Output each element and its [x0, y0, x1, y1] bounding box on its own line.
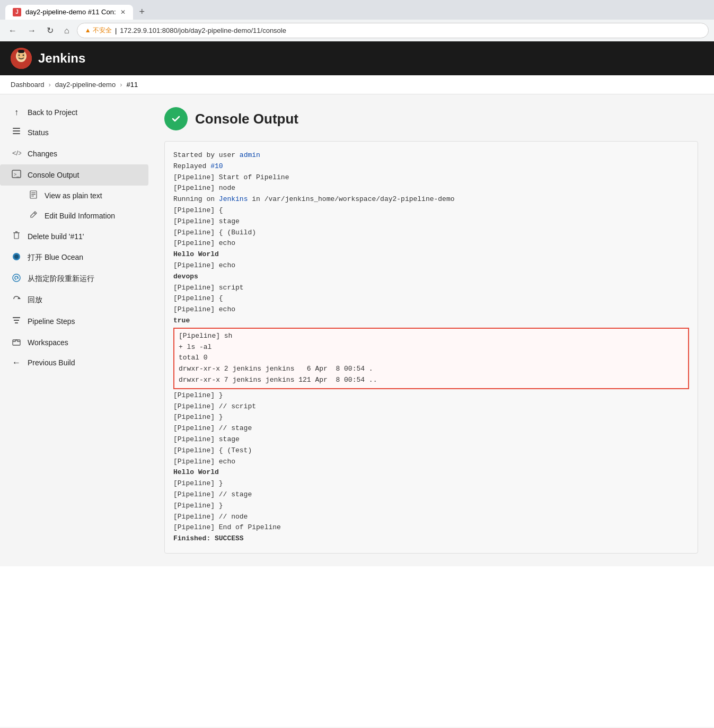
- svg-rect-14: [31, 194, 36, 195]
- back-icon: ↑: [11, 108, 22, 117]
- console-line-24: [Pipeline] }: [173, 412, 689, 423]
- svg-text:</>: </>: [12, 149, 21, 157]
- console-line-6: [Pipeline] {: [173, 205, 689, 216]
- status-icon: [11, 127, 22, 138]
- sidebar-item-delete-build[interactable]: Delete build '#11': [0, 226, 148, 247]
- svg-rect-27: [15, 322, 18, 323]
- main-layout: ↑ Back to Project Status </> Changes >_: [0, 94, 714, 566]
- back-button[interactable]: ←: [5, 25, 20, 37]
- highlighted-block: [Pipeline] sh + ls -al total 0 drwxr-xr-…: [173, 328, 689, 389]
- console-line-28: [Pipeline] echo: [173, 457, 689, 468]
- sidebar-label-pipeline-steps: Pipeline Steps: [28, 317, 75, 326]
- jenkins-header: Jenkins: [0, 41, 714, 75]
- browser-tabs: J day2-pipeline-demo #11 Con: ✕ +: [5, 4, 709, 20]
- console-line-13: [Pipeline] script: [173, 283, 689, 294]
- sidebar-label-restart: 从指定阶段重新运行: [28, 274, 94, 284]
- console-line-25: [Pipeline] // stage: [173, 423, 689, 434]
- console-line-8: [Pipeline] { (Build): [173, 227, 689, 239]
- browser-chrome: J day2-pipeline-demo #11 Con: ✕ +: [0, 0, 714, 20]
- url-text: 172.29.9.101:8080/job/day2-pipeline-demo…: [120, 27, 286, 34]
- jenkins-link[interactable]: Jenkins: [219, 195, 248, 203]
- sidebar-item-blue-ocean[interactable]: 打开 Blue Ocean: [0, 247, 148, 268]
- pipeline-steps-icon: [11, 315, 22, 327]
- sidebar-item-status[interactable]: Status: [0, 122, 148, 143]
- console-line-2: Replayed #10: [173, 161, 689, 172]
- svg-point-22: [13, 274, 20, 282]
- sidebar-item-restart-from-stage[interactable]: 从指定阶段重新运行: [0, 268, 148, 290]
- breadcrumb-pipeline[interactable]: day2-pipeline-demo: [55, 81, 116, 89]
- svg-point-4: [23, 55, 24, 56]
- console-output-title: Console Output: [195, 111, 298, 127]
- active-tab[interactable]: J day2-pipeline-demo #11 Con: ✕: [5, 5, 133, 20]
- sidebar-item-replay[interactable]: 回放: [0, 290, 148, 311]
- sidebar-item-edit-build-info[interactable]: Edit Build Information: [0, 206, 148, 226]
- sidebar-item-back-to-project[interactable]: ↑ Back to Project: [0, 103, 148, 122]
- console-line-33: [Pipeline] // node: [173, 512, 689, 523]
- sidebar-item-changes[interactable]: </> Changes: [0, 143, 148, 164]
- sidebar-label-replay: 回放: [28, 295, 42, 305]
- url-separator: |: [115, 27, 117, 34]
- sidebar-label-previous-build: Previous Build: [28, 358, 75, 367]
- console-line-15: [Pipeline] echo: [173, 304, 689, 315]
- sidebar-item-workspaces[interactable]: Workspaces: [0, 332, 148, 353]
- sidebar-item-pipeline-steps[interactable]: Pipeline Steps: [0, 311, 148, 332]
- console-line-21: drwxr-xr-x 7 jenkins jenkins 121 Apr 8 0…: [179, 375, 684, 386]
- sidebar-item-view-plain-text[interactable]: View as plain text: [0, 186, 148, 206]
- breadcrumb-dashboard[interactable]: Dashboard: [11, 81, 45, 89]
- svg-rect-26: [14, 320, 19, 321]
- console-line-4: [Pipeline] node: [173, 183, 689, 194]
- svg-rect-5: [18, 50, 24, 53]
- svg-point-3: [19, 55, 20, 56]
- previous-build-icon: ←: [11, 358, 22, 367]
- sidebar-label-changes: Changes: [28, 150, 57, 158]
- svg-rect-25: [13, 317, 20, 318]
- console-line-29: Hello World: [173, 467, 689, 478]
- sidebar-label-status: Status: [28, 128, 49, 137]
- admin-link[interactable]: admin: [240, 151, 260, 159]
- console-line-14: [Pipeline] {: [173, 293, 689, 304]
- restart-icon: [11, 273, 22, 285]
- sidebar-label-console: Console Output: [28, 171, 79, 179]
- content-area: Console Output Started by user admin Rep…: [148, 94, 714, 566]
- browser-toolbar: ← → ↻ ⌂ ▲ 不安全 | 172.29.9.101:8080/job/da…: [0, 20, 714, 41]
- console-line-7: [Pipeline] stage: [173, 216, 689, 227]
- svg-rect-15: [31, 196, 34, 196]
- plain-text-icon: [28, 190, 39, 201]
- svg-rect-13: [31, 192, 36, 193]
- console-line-11: [Pipeline] echo: [173, 260, 689, 271]
- sidebar-item-previous-build[interactable]: ← Previous Build: [0, 353, 148, 372]
- new-tab-button[interactable]: +: [135, 4, 149, 20]
- sidebar-label-delete: Delete build '#11': [28, 232, 84, 241]
- console-header: Console Output: [164, 107, 698, 130]
- workspaces-icon: [11, 337, 22, 348]
- changes-icon: </>: [11, 148, 22, 160]
- console-line-35: Finished: SUCCESS: [173, 533, 689, 545]
- jenkins-logo: [11, 48, 32, 69]
- console-line-27: [Pipeline] { (Test): [173, 445, 689, 457]
- svg-point-21: [14, 255, 19, 259]
- jenkins-title: Jenkins: [38, 51, 85, 66]
- home-button[interactable]: ⌂: [61, 25, 73, 37]
- console-line-10: Hello World: [173, 249, 689, 260]
- sidebar-item-console-output[interactable]: >_ Console Output: [0, 164, 148, 186]
- breadcrumb-sep-2: ›: [120, 81, 122, 89]
- tab-close-button[interactable]: ✕: [120, 8, 126, 16]
- security-warning: ▲ 不安全: [85, 26, 112, 35]
- console-icon: >_: [11, 169, 22, 181]
- sidebar: ↑ Back to Project Status </> Changes >_: [0, 94, 148, 566]
- console-line-31: [Pipeline] // stage: [173, 489, 689, 501]
- svg-rect-28: [13, 340, 20, 345]
- sidebar-label-edit-build: Edit Build Information: [45, 212, 115, 220]
- replay-link[interactable]: #10: [210, 162, 223, 170]
- refresh-button[interactable]: ↻: [43, 24, 57, 37]
- forward-button[interactable]: →: [24, 25, 39, 37]
- delete-icon: [11, 231, 22, 242]
- page-wrapper: Jenkins Dashboard › day2-pipeline-demo ›…: [0, 41, 714, 727]
- success-icon: [164, 107, 188, 130]
- breadcrumb-sep-1: ›: [49, 81, 51, 89]
- console-line-16: true: [173, 315, 689, 327]
- address-bar[interactable]: ▲ 不安全 | 172.29.9.101:8080/job/day2-pipel…: [77, 23, 709, 38]
- svg-rect-6: [13, 128, 20, 129]
- tab-favicon: J: [13, 8, 21, 16]
- console-line-19: total 0: [179, 353, 684, 364]
